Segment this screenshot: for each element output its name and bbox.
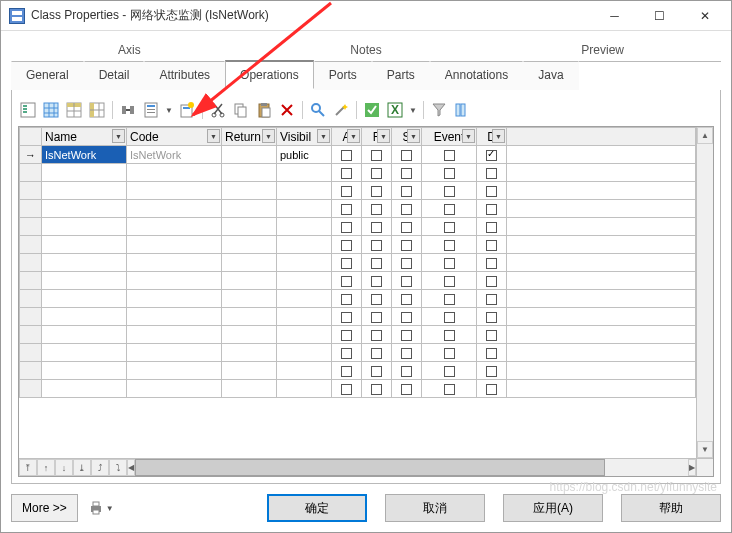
checkbox[interactable]: [401, 312, 412, 323]
stub-tab-notes[interactable]: Notes: [248, 39, 485, 61]
minimize-button[interactable]: ─: [592, 1, 637, 30]
checkbox[interactable]: [401, 204, 412, 215]
ok-button[interactable]: 确定: [267, 494, 367, 522]
cell-name[interactable]: IsNetWork: [42, 146, 127, 164]
cell-code[interactable]: IsNetWork: [127, 146, 222, 164]
cancel-button[interactable]: 取消: [385, 494, 485, 522]
checkbox[interactable]: [371, 366, 382, 377]
row-header-corner[interactable]: [20, 128, 42, 146]
table-row[interactable]: [20, 254, 696, 272]
nav-first[interactable]: ⤒: [19, 459, 37, 476]
checkbox[interactable]: [444, 150, 455, 161]
checkbox[interactable]: [486, 276, 497, 287]
checkbox[interactable]: [444, 312, 455, 323]
checkbox[interactable]: [444, 204, 455, 215]
help-button[interactable]: 帮助: [621, 494, 721, 522]
checkbox[interactable]: [371, 258, 382, 269]
checkbox[interactable]: [401, 258, 412, 269]
new-form-icon[interactable]: [177, 100, 197, 120]
checkbox[interactable]: [486, 384, 497, 395]
close-button[interactable]: ✕: [682, 1, 727, 30]
checkbox[interactable]: [371, 294, 382, 305]
checkbox[interactable]: [401, 366, 412, 377]
dropdown-icon[interactable]: ▼: [262, 129, 275, 143]
print-menu-button[interactable]: ▼: [88, 494, 118, 522]
dropdown-icon[interactable]: ▼: [492, 129, 505, 143]
nav-up[interactable]: ↑: [37, 459, 55, 476]
col-return[interactable]: Return▼: [222, 128, 277, 146]
dropdown-icon[interactable]: ▼: [207, 129, 220, 143]
checkbox[interactable]: [401, 150, 412, 161]
col-d[interactable]: D▼: [477, 128, 507, 146]
checkbox[interactable]: [341, 294, 352, 305]
table-row[interactable]: [20, 308, 696, 326]
row-selector[interactable]: [20, 200, 42, 218]
checkbox[interactable]: [371, 348, 382, 359]
row-selector[interactable]: [20, 164, 42, 182]
tab-operations[interactable]: Operations: [225, 60, 314, 89]
checkbox[interactable]: [401, 384, 412, 395]
nav-last[interactable]: ⤓: [73, 459, 91, 476]
delete-icon[interactable]: [277, 100, 297, 120]
cut-icon[interactable]: [208, 100, 228, 120]
grid-icon-3[interactable]: [87, 100, 107, 120]
checkbox[interactable]: [486, 348, 497, 359]
checkbox[interactable]: [486, 150, 497, 161]
col-visibility[interactable]: Visibil▼: [277, 128, 332, 146]
checkbox[interactable]: [371, 384, 382, 395]
wand-icon[interactable]: [331, 100, 351, 120]
excel-icon[interactable]: X: [385, 100, 405, 120]
copy-icon[interactable]: [231, 100, 251, 120]
checkbox[interactable]: [444, 330, 455, 341]
nav-bottom[interactable]: ⤵: [109, 459, 127, 476]
tab-detail[interactable]: Detail: [84, 61, 145, 90]
row-selector[interactable]: [20, 182, 42, 200]
table-row[interactable]: [20, 182, 696, 200]
checkbox[interactable]: [486, 168, 497, 179]
scroll-up-button[interactable]: ▲: [697, 127, 713, 144]
tab-annotations[interactable]: Annotations: [430, 61, 523, 90]
scroll-left-button[interactable]: ◀: [127, 459, 135, 476]
checkbox[interactable]: [444, 258, 455, 269]
row-selector[interactable]: [20, 254, 42, 272]
properties-icon[interactable]: [18, 100, 38, 120]
check-icon[interactable]: [362, 100, 382, 120]
cell-f[interactable]: [362, 146, 392, 164]
vertical-scrollbar[interactable]: ▲ ▼: [696, 127, 713, 458]
columns-icon[interactable]: [452, 100, 472, 120]
nav-top[interactable]: ⤴: [91, 459, 109, 476]
checkbox[interactable]: [401, 186, 412, 197]
checkbox[interactable]: [486, 186, 497, 197]
checkbox[interactable]: [444, 384, 455, 395]
col-s[interactable]: S▼: [392, 128, 422, 146]
col-f[interactable]: F▼: [362, 128, 392, 146]
cell-event[interactable]: [422, 146, 477, 164]
link-icon[interactable]: [118, 100, 138, 120]
tab-parts[interactable]: Parts: [372, 61, 430, 90]
table-row[interactable]: [20, 272, 696, 290]
table-row[interactable]: [20, 362, 696, 380]
checkbox[interactable]: [401, 330, 412, 341]
cell-return[interactable]: [222, 146, 277, 164]
checkbox[interactable]: [401, 294, 412, 305]
maximize-button[interactable]: ☐: [637, 1, 682, 30]
dropdown-icon[interactable]: ▼: [317, 129, 330, 143]
checkbox[interactable]: [401, 348, 412, 359]
checkbox[interactable]: [444, 168, 455, 179]
dropdown-icon[interactable]: ▼: [347, 129, 360, 143]
table-row[interactable]: [20, 344, 696, 362]
table-row[interactable]: [20, 236, 696, 254]
tab-java[interactable]: Java: [523, 61, 578, 90]
row-selector[interactable]: [20, 272, 42, 290]
table-row[interactable]: [20, 290, 696, 308]
checkbox[interactable]: [486, 204, 497, 215]
paste-icon[interactable]: [254, 100, 274, 120]
tab-ports[interactable]: Ports: [314, 61, 372, 90]
checkbox[interactable]: [486, 366, 497, 377]
more-button[interactable]: More >>: [11, 494, 78, 522]
table-row[interactable]: [20, 380, 696, 398]
checkbox[interactable]: [444, 366, 455, 377]
checkbox[interactable]: [371, 168, 382, 179]
checkbox[interactable]: [341, 204, 352, 215]
cell-d[interactable]: [477, 146, 507, 164]
